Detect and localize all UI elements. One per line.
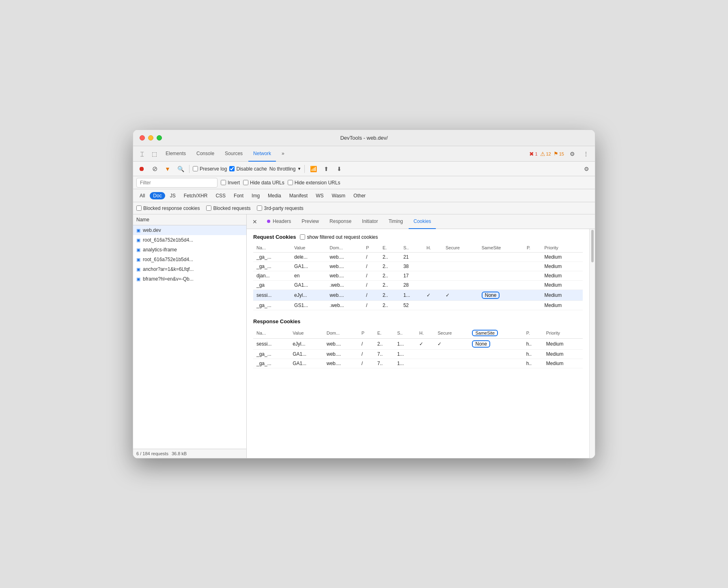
req-cookie-row-4[interactable]: _ga GA1... .web... / 2.. 28 Medium [253,281,583,290]
rc1-secure [442,253,478,262]
detail-tab-timing[interactable]: Timing [383,214,408,229]
req-cookie-row-3[interactable]: djan... en web.... / 2.. 17 Medium [253,271,583,281]
rsc2-p: h.. [523,350,543,359]
request-item-root1[interactable]: ▣ root_616a752e1b5d4... [133,235,246,245]
scrollbar-thumb[interactable] [591,230,594,262]
rc4-secure [442,281,478,290]
type-btn-media[interactable]: Media [265,192,284,199]
type-btn-manifest[interactable]: Manifest [286,192,311,199]
request-item-name-3: analytics-iframe [143,247,177,253]
request-item-analytics[interactable]: ▣ analytics-iframe [133,245,246,255]
rth-path: P [358,328,374,339]
req-cookies-header-row: Na... Value Dom... P E. S.. H. Secure Sa… [253,243,583,253]
cookies-content: Request Cookies show filtered out reques… [247,229,589,458]
rc2-samesite [478,262,523,271]
blocked-row: Blocked response cookies Blocked request… [133,202,595,214]
type-btn-other[interactable]: Other [350,192,369,199]
detail-tab-preview[interactable]: Preview [297,214,324,229]
rsc2-size: 1... [394,350,416,359]
rc3-priority: Medium [541,271,583,281]
show-filtered-label[interactable]: show filtered out request cookies [300,234,378,240]
tab-elements[interactable]: Elements [161,146,191,162]
rth-httponly: H. [416,328,434,339]
req-cookie-row-1[interactable]: _ga_... dele... web.... / 2.. 21 Med [253,253,583,262]
preserve-log-label[interactable]: Preserve log [193,166,227,172]
disable-cache-label[interactable]: Disable cache [229,166,267,172]
upload-btn[interactable]: ⬆ [321,164,332,174]
resp-cookie-row-1[interactable]: sessi... eJyl... web.... / 2.. 1... ✓ ✓ … [253,339,583,350]
rc5-samesite: None [478,290,523,301]
request-item-bframe[interactable]: ▣ bframe?hl=en&v=-Qb... [133,274,246,284]
detail-close-btn[interactable]: ✕ [250,217,260,227]
preserve-log-checkbox[interactable] [193,166,198,171]
maximize-button[interactable] [157,135,162,141]
download-btn[interactable]: ⬇ [334,164,345,174]
minimize-button[interactable] [148,135,153,141]
doc-icon-5: ▣ [136,267,140,272]
type-btn-font[interactable]: Font [230,192,247,199]
type-btn-fetch-xhr[interactable]: Fetch/XHR [181,192,211,199]
blocked-requests-label[interactable]: Blocked requests [206,205,250,211]
third-party-checkbox[interactable] [257,205,262,211]
disable-cache-checkbox[interactable] [229,166,235,171]
wifi-icon-btn[interactable]: 📶 [308,164,319,174]
hide-data-urls-label[interactable]: Hide data URLs [243,180,284,186]
req-cookie-row-6[interactable]: _ga_... GS1... .web... / 2.. 52 Medi [253,301,583,310]
response-cookies-title: Response Cookies [253,318,583,324]
network-settings-btn[interactable]: ⚙ [581,164,592,174]
request-item-anchor[interactable]: ▣ anchor?ar=1&k=6Lfqf... [133,264,246,274]
settings-btn[interactable]: ⚙ [566,148,578,160]
blocked-cookies-checkbox[interactable] [136,205,142,211]
rc6-secure [442,301,478,310]
req-cookie-row-2[interactable]: _ga_... GA1... web.... / 2.. 38 Medi [253,262,583,271]
resp-cookie-row-2[interactable]: _ga_... GA1... web.... / 7.. 1... h.. [253,350,583,359]
detail-tab-cookies[interactable]: Cookies [409,214,436,229]
type-btn-img[interactable]: Img [248,192,263,199]
type-btn-js[interactable]: JS [167,192,179,199]
tab-console[interactable]: Console [192,146,219,162]
type-btn-doc[interactable]: Doc [150,192,165,199]
rc6-size: 52 [400,301,423,310]
hide-ext-urls-label[interactable]: Hide extension URLs [288,180,340,186]
type-btn-all[interactable]: All [136,192,148,199]
device-toggle-btn[interactable]: ⬚ [149,148,160,160]
search-btn[interactable]: 🔍 [175,164,186,174]
request-item-webdev[interactable]: ▣ web.dev [133,225,246,235]
detail-tab-initiator[interactable]: Initiator [357,214,383,229]
req-cookie-row-5[interactable]: sessi... eJyl... web.... / 2.. 1... ✓ ✓ … [253,290,583,301]
rsc3-domain: web.... [323,359,358,368]
headers-dot [267,220,270,223]
error-icon: ✖ [529,151,534,157]
resp-cookie-row-3[interactable]: _ga_... GA1... web.... / 7.. 1... h.. [253,359,583,368]
third-party-label[interactable]: 3rd-party requests [257,205,303,211]
tab-more[interactable]: » [277,146,289,162]
type-btn-ws[interactable]: WS [312,192,327,199]
invert-checkbox[interactable] [221,180,226,185]
detail-tab-headers[interactable]: Headers [262,214,296,229]
tab-network[interactable]: Network [248,146,276,162]
hide-ext-urls-checkbox[interactable] [288,180,293,185]
clear-btn[interactable]: ⊘ [149,164,160,174]
throttle-chevron-icon: ▼ [297,166,301,171]
type-btn-css[interactable]: CSS [212,192,229,199]
hide-data-urls-checkbox[interactable] [243,180,248,185]
filter-input[interactable] [136,178,218,188]
cursor-icon-btn[interactable]: ⌶ [136,148,148,160]
show-filtered-checkbox[interactable] [300,234,305,240]
blocked-cookies-label[interactable]: Blocked response cookies [136,205,200,211]
type-btn-wasm[interactable]: Wasm [329,192,349,199]
request-item-root2[interactable]: ▣ root_616a752e1b5d4... [133,255,246,264]
rc6-value: GS1... [291,301,326,310]
blocked-requests-checkbox[interactable] [206,205,211,211]
rc5-path: / [363,290,379,301]
th-expires: E. [379,243,400,253]
more-options-btn[interactable]: ⋮ [580,148,592,160]
invert-label[interactable]: Invert [221,180,240,186]
detail-tab-response[interactable]: Response [325,214,356,229]
record-btn[interactable]: ⏺ [136,164,147,174]
throttle-select[interactable]: No throttling ▼ [269,166,302,172]
tab-sources[interactable]: Sources [220,146,248,162]
filter-btn[interactable]: ▼ [162,164,173,174]
close-button[interactable] [140,135,145,141]
info-icon: ⚑ [554,151,558,157]
